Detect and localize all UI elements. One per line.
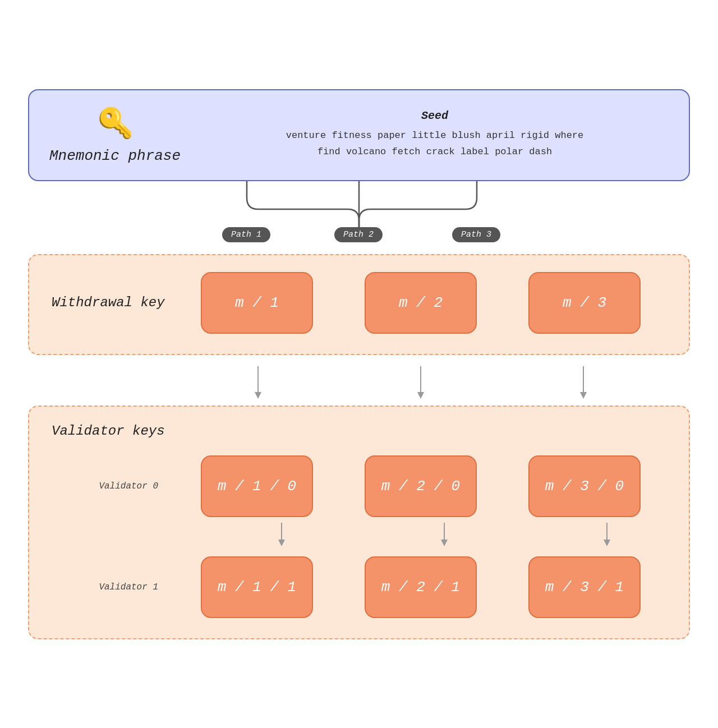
arrows-withdrawal-to-v0	[28, 366, 690, 406]
withdrawal-key-2: m / 2	[365, 272, 477, 334]
connector-area: Path 1 Path 2 Path 3	[28, 181, 690, 254]
mnemonic-left: 🔑 Mnemonic phrase	[49, 106, 181, 164]
validator-title: Validator keys	[52, 423, 666, 439]
svg-marker-8	[580, 392, 587, 399]
path-label-1: Path 1	[222, 227, 270, 242]
mnemonic-box: 🔑 Mnemonic phrase Seed venture fitness p…	[28, 89, 690, 181]
seed-words-line2: find volcano fetch crack label polar das…	[317, 146, 552, 157]
withdrawal-label: Withdrawal key	[52, 295, 175, 310]
validator-0-key-1: m / 1 / 0	[201, 455, 313, 517]
seed-box: Seed venture fitness paper little blush …	[201, 109, 669, 160]
validator-0-key-3: m / 3 / 0	[528, 455, 641, 517]
withdrawal-key-3: m / 3	[528, 272, 641, 334]
validator-row-0: Validator 0 m / 1 / 0 m / 2 / 0 m / 3 / …	[52, 455, 666, 517]
validator-1-key-1: m / 1 / 1	[201, 556, 313, 618]
svg-marker-10	[278, 540, 285, 546]
connector-svg	[28, 181, 690, 254]
validator-row-1-label: Validator 1	[52, 582, 175, 592]
path-label-2: Path 2	[334, 227, 383, 242]
arrows-v0-to-v1	[52, 523, 666, 551]
svg-marker-6	[417, 392, 424, 399]
validator-1-key-2: m / 2 / 1	[365, 556, 477, 618]
validator-0-key-2: m / 2 / 0	[365, 455, 477, 517]
mnemonic-label: Mnemonic phrase	[49, 148, 181, 164]
validator-1-keys-row: m / 1 / 1 m / 2 / 1 m / 3 / 1	[175, 556, 666, 618]
withdrawal-keys-row: m / 1 m / 2 m / 3	[175, 272, 666, 334]
withdrawal-section: Withdrawal key m / 1 m / 2 m / 3	[28, 254, 690, 355]
validator-row-0-label: Validator 0	[52, 481, 175, 491]
validator-0-keys-row: m / 1 / 0 m / 2 / 0 m / 3 / 0	[175, 455, 666, 517]
key-icon: 🔑	[97, 106, 134, 142]
svg-marker-14	[604, 540, 610, 546]
seed-title: Seed	[201, 109, 669, 122]
validator-row-1: Validator 1 m / 1 / 1 m / 2 / 1 m / 3 / …	[52, 556, 666, 618]
svg-marker-4	[255, 392, 261, 399]
withdrawal-key-1: m / 1	[201, 272, 313, 334]
seed-words: venture fitness paper little blush april…	[201, 128, 669, 160]
validator-1-key-3: m / 3 / 1	[528, 556, 641, 618]
diagram: 🔑 Mnemonic phrase Seed venture fitness p…	[28, 89, 690, 639]
svg-marker-12	[441, 540, 448, 546]
path-label-3: Path 3	[452, 227, 500, 242]
seed-words-line1: venture fitness paper little blush april…	[286, 130, 584, 141]
validator-section: Validator keys Validator 0 m / 1 / 0 m /…	[28, 406, 690, 639]
